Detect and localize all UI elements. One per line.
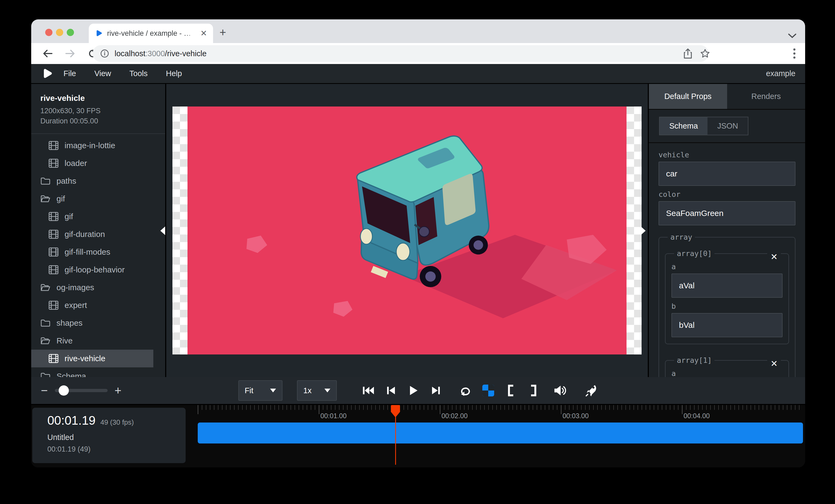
forward-icon[interactable] (64, 47, 76, 60)
minimize-window-button[interactable] (56, 29, 63, 36)
loop-icon[interactable] (459, 383, 473, 398)
sidebar-item-rive-vehicle[interactable]: rive-vehicle (31, 350, 153, 368)
chevron-down-icon (270, 388, 276, 392)
timeline-tracks[interactable]: 00:01.00 00:02.00 00:03.00 00:04.00 (198, 405, 803, 467)
sidebar-item-gif[interactable]: gif (31, 208, 153, 225)
timeline-ruler[interactable] (198, 405, 803, 410)
browser-toolbar: localhost:3000/rive-vehicle (31, 43, 805, 64)
toggle-schema[interactable]: Schema (659, 117, 708, 135)
remove-array-item-0-icon[interactable]: ✕ (767, 252, 781, 262)
close-tab-icon[interactable]: ✕ (200, 29, 207, 37)
collapse-props-icon[interactable] (641, 227, 646, 235)
out-point-icon[interactable] (526, 383, 541, 398)
url-bar[interactable]: localhost:3000/rive-vehicle (93, 45, 709, 62)
zoom-slider-knob[interactable] (59, 385, 69, 396)
remotion-logo-icon[interactable] (41, 67, 53, 80)
sidebar-item-label: shapes (57, 318, 83, 328)
playhead-pin[interactable] (391, 405, 400, 417)
folder-icon (40, 177, 50, 185)
overflow-menu-icon[interactable] (788, 47, 800, 60)
playback-controls: Fit 1x (238, 380, 598, 401)
playhead[interactable] (391, 405, 400, 465)
collapse-sidebar-icon[interactable] (160, 227, 165, 235)
sidebar-folder-paths[interactable]: paths (31, 172, 153, 190)
remove-array-item-1-icon[interactable]: ✕ (767, 358, 781, 369)
menu-tools[interactable]: Tools (121, 69, 156, 78)
sidebar-folder-gif[interactable]: gif (31, 190, 153, 208)
timeline-track-bar[interactable] (198, 422, 803, 443)
previous-frame-icon[interactable] (384, 383, 398, 398)
close-window-button[interactable] (45, 29, 53, 36)
schema-json-toggle: Schema JSON (659, 117, 748, 135)
transparency-checkerboard-icon[interactable] (481, 383, 495, 398)
folder-icon (40, 372, 50, 377)
vehicle-input[interactable] (658, 162, 795, 186)
preview-canvas (166, 84, 648, 377)
menu-help[interactable]: Help (158, 69, 190, 78)
sidebar-item-image-in-lottie[interactable]: image-in-lottie (31, 136, 153, 154)
next-frame-icon[interactable] (429, 383, 443, 398)
sidebar-folder-shapes[interactable]: shapes (31, 314, 153, 332)
sidebar-folder-og-images[interactable]: og-images (31, 279, 153, 296)
timeline: 00:01.1949 (30 fps) Untitled 00:01.19 (4… (31, 405, 805, 467)
sidebar-item-gif-loop-behavior[interactable]: gif-loop-behavior (31, 261, 153, 279)
in-point-icon[interactable] (504, 383, 518, 398)
project-resolution: 1200x630, 30 FPS (40, 106, 156, 116)
sidebar-item-label: gif-loop-behavior (65, 265, 125, 274)
array-0-a-input[interactable] (671, 274, 782, 298)
star-icon[interactable] (699, 47, 711, 60)
props-panel: Default Props Renders Schema JSON vehicl… (648, 84, 805, 377)
film-icon (48, 248, 59, 256)
sidebar-item-loader[interactable]: loader (31, 154, 153, 172)
menu-view[interactable]: View (86, 69, 119, 78)
play-icon[interactable] (406, 383, 421, 398)
ruler-label: 00:01.00 (320, 412, 346, 420)
new-tab-button[interactable]: + (220, 27, 226, 38)
film-icon (48, 354, 59, 363)
share-icon[interactable] (682, 47, 694, 60)
back-icon[interactable] (41, 47, 54, 60)
sidebar-item-label: paths (57, 176, 76, 186)
ruler-label: 00:02.00 (442, 412, 468, 420)
van-illustration (187, 106, 627, 355)
browser-tab[interactable]: rive-vehicle / example - Remot ✕ (89, 24, 213, 43)
info-icon[interactable] (100, 49, 109, 58)
render-rocket-icon[interactable] (584, 383, 598, 398)
canvas-size-dropdown[interactable]: Fit (238, 380, 283, 401)
film-icon (48, 159, 59, 168)
color-input[interactable] (658, 201, 795, 225)
menu-file[interactable]: File (56, 69, 84, 78)
zoom-window-button[interactable] (67, 29, 74, 36)
film-icon (48, 230, 59, 239)
tab-strip-chevron-icon[interactable] (788, 33, 797, 39)
sidebar-item-label: gif (57, 194, 65, 203)
sidebar-item-label: gif (65, 212, 73, 221)
tab-renders[interactable]: Renders (727, 84, 806, 109)
folder-icon (40, 319, 50, 327)
transparency-checkerboard-right (627, 106, 641, 355)
sidebar-item-expert[interactable]: expert (31, 296, 153, 314)
array-group: array array[0] ✕ a b array[1] ✕ (658, 233, 795, 377)
zoom-out-icon[interactable]: − (41, 384, 48, 396)
array-0-b-input[interactable] (671, 313, 782, 337)
zoom-in-icon[interactable]: + (115, 384, 122, 396)
sidebar-folder-schema[interactable]: Schema (31, 368, 153, 377)
sidebar-item-label: loader (65, 159, 87, 168)
timeline-info-panel: 00:01.1949 (30 fps) Untitled 00:01.19 (4… (32, 408, 186, 463)
folder-open-icon (40, 283, 50, 292)
current-frame-info: 49 (30 fps) (100, 418, 134, 426)
jump-to-start-icon[interactable] (361, 383, 375, 398)
playback-speed-value: 1x (303, 386, 312, 395)
volume-icon[interactable] (553, 383, 568, 398)
tab-default-props[interactable]: Default Props (649, 84, 727, 109)
array-item-1-label: array[1] (674, 356, 714, 364)
sidebar-item-gif-fill-modes[interactable]: gif-fill-modes (31, 243, 153, 261)
toggle-json[interactable]: JSON (708, 117, 748, 135)
tab-title: rive-vehicle / example - Remot (107, 29, 196, 38)
browser-window: rive-vehicle / example - Remot ✕ + local… (31, 19, 805, 467)
playback-speed-dropdown[interactable]: 1x (297, 380, 337, 401)
zoom-slider[interactable] (55, 389, 108, 392)
sidebar-item-gif-duration[interactable]: gif-duration (31, 225, 153, 243)
sidebar-folder-rive[interactable]: Rive (31, 332, 153, 350)
tab-strip: rive-vehicle / example - Remot ✕ + (31, 19, 805, 43)
